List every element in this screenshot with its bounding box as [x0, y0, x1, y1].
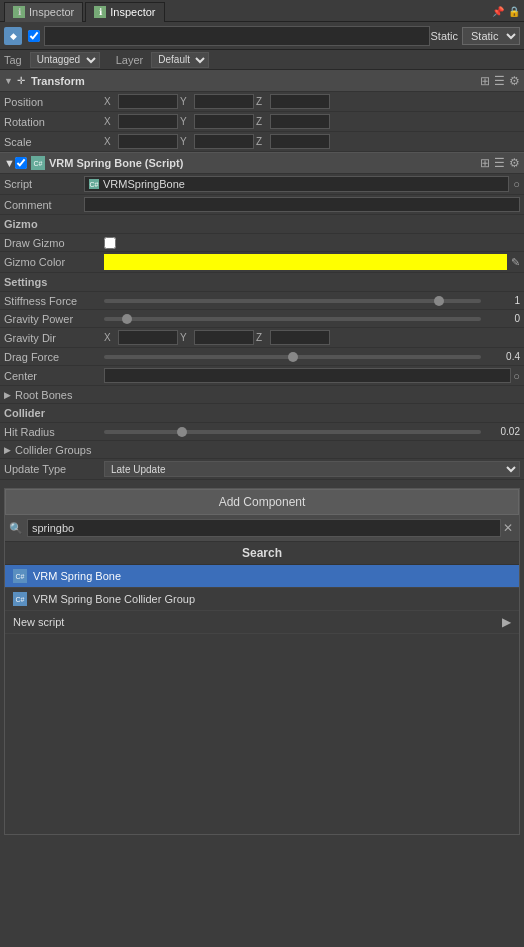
- script-name: VRMSpringBone: [103, 178, 185, 190]
- vrm-spring-bone-result-label: VRM Spring Bone: [33, 570, 121, 582]
- clear-search-button[interactable]: ✕: [501, 521, 515, 535]
- transform-icon: ✛: [17, 75, 25, 86]
- tab-label-2: Inspector: [110, 6, 155, 18]
- static-dropdown[interactable]: Static: [462, 27, 520, 45]
- rotation-label: Rotation: [4, 116, 104, 128]
- script-icon: C#: [89, 179, 99, 189]
- script-value-container: C# VRMSpringBone: [84, 176, 509, 192]
- tag-layer-row: Tag Untagged Layer Default: [0, 50, 524, 70]
- tab-inspector-2[interactable]: ℹ Inspector: [85, 2, 164, 22]
- scale-label: Scale: [4, 136, 104, 148]
- transform-icon-settings[interactable]: ⊞: [480, 74, 490, 88]
- position-y-input[interactable]: 0: [194, 94, 254, 109]
- search-result-vrm-spring-bone[interactable]: C# VRM Spring Bone: [5, 565, 519, 588]
- grav-x-label: X: [104, 332, 116, 343]
- grav-z-label: Z: [256, 332, 268, 343]
- script-select-icon[interactable]: ○: [513, 178, 520, 190]
- vrm-icon-settings[interactable]: ⊞: [480, 156, 490, 170]
- gizmo-color-bar[interactable]: [104, 254, 507, 270]
- position-x-input[interactable]: 0: [118, 94, 178, 109]
- scale-z-input[interactable]: 1: [270, 134, 330, 149]
- script-row: Script C# VRMSpringBone ○: [0, 174, 524, 195]
- rotation-y-input[interactable]: 0: [194, 114, 254, 129]
- center-select-icon[interactable]: ○: [513, 370, 520, 382]
- update-type-row: Update Type Late Update: [0, 459, 524, 480]
- transform-arrow: ▼: [4, 76, 13, 86]
- vrm-spring-bone-header[interactable]: ▼ C# VRM Spring Bone (Script) ⊞ ☰ ⚙: [0, 152, 524, 174]
- lock-icon[interactable]: 🔒: [508, 6, 520, 17]
- root-bones-arrow: ▶: [4, 390, 11, 400]
- position-xyz: X 0 Y 0 Z 0: [104, 94, 520, 109]
- gravity-dir-y-input[interactable]: -1: [194, 330, 254, 345]
- gravity-power-slider[interactable]: [104, 317, 481, 321]
- object-name-input[interactable]: secondary: [44, 26, 430, 46]
- drag-force-row: Drag Force 0.4: [0, 348, 524, 366]
- pin-icon[interactable]: 📌: [492, 6, 504, 17]
- rotation-xyz: X 0 Y 0 Z 0: [104, 114, 520, 129]
- center-label: Center: [4, 370, 104, 382]
- comment-row: Comment: [0, 195, 524, 215]
- gravity-power-label: Gravity Power: [4, 313, 104, 325]
- scale-y-label: Y: [180, 136, 192, 147]
- vrm-spring-bone-title: VRM Spring Bone (Script): [49, 157, 480, 169]
- transform-section-header[interactable]: ▼ ✛ Transform ⊞ ☰ ⚙: [0, 70, 524, 92]
- drag-force-slider-container: 0.4: [104, 351, 520, 362]
- transform-props: Position X 0 Y 0 Z 0 Rotation X 0 Y 0 Z …: [0, 92, 524, 152]
- inspector-icon-2: ℹ: [94, 6, 106, 18]
- collider-groups-arrow: ▶: [4, 445, 11, 455]
- gravity-dir-xyz: X 0 Y -1 Z 0: [104, 330, 520, 345]
- drag-force-slider[interactable]: [104, 355, 481, 359]
- vrm-spring-bone-icon: C#: [31, 156, 45, 170]
- scale-y-input[interactable]: 1: [194, 134, 254, 149]
- draw-gizmo-row: Draw Gizmo: [0, 234, 524, 252]
- tab-inspector-1[interactable]: ℹ Inspector: [4, 2, 83, 22]
- scale-x-input[interactable]: 1: [118, 134, 178, 149]
- position-row: Position X 0 Y 0 Z 0: [0, 92, 524, 112]
- vrm-icon-gear[interactable]: ⚙: [509, 156, 520, 170]
- gravity-dir-z-input[interactable]: 0: [270, 330, 330, 345]
- gizmo-color-row: Gizmo Color ✎: [0, 252, 524, 273]
- stiffness-value: 1: [485, 295, 520, 306]
- collider-groups-row[interactable]: ▶ Collider Groups: [0, 441, 524, 459]
- gravity-dir-label: Gravity Dir: [4, 332, 104, 344]
- stiffness-slider[interactable]: [104, 299, 481, 303]
- vrm-spring-bone-enable-checkbox[interactable]: [15, 157, 27, 169]
- gizmo-color-container: ✎: [104, 254, 520, 270]
- comment-input[interactable]: [84, 197, 520, 212]
- layer-select[interactable]: Default: [151, 52, 209, 68]
- vrm-icon-menu[interactable]: ☰: [494, 156, 505, 170]
- scale-x-label: X: [104, 136, 116, 147]
- add-component-section: Add Component 🔍 ✕ Search C# VRM Spring B…: [4, 488, 520, 835]
- update-type-select[interactable]: Late Update: [104, 461, 520, 477]
- root-bones-row[interactable]: ▶ Root Bones: [0, 386, 524, 404]
- center-row: Center None (Transform) ○: [0, 366, 524, 386]
- rotation-z-input[interactable]: 0: [270, 114, 330, 129]
- position-z-input[interactable]: 0: [270, 94, 330, 109]
- search-results-empty-area: [5, 634, 519, 834]
- hit-radius-slider[interactable]: [104, 430, 481, 434]
- gravity-dir-x-input[interactable]: 0: [118, 330, 178, 345]
- transform-icon-gear[interactable]: ⚙: [509, 74, 520, 88]
- object-enable-checkbox[interactable]: [28, 30, 40, 42]
- gravity-power-row: Gravity Power 0: [0, 310, 524, 328]
- vrm-spring-bone-section-icons: ⊞ ☰ ⚙: [480, 156, 520, 170]
- vrm-spring-bone-props: Script C# VRMSpringBone ○ Comment Gizmo …: [0, 174, 524, 480]
- script-label: Script: [4, 178, 84, 190]
- search-result-vrm-collider-group[interactable]: C# VRM Spring Bone Collider Group: [5, 588, 519, 611]
- gizmo-section-label: Gizmo: [0, 215, 524, 234]
- center-input[interactable]: None (Transform): [104, 368, 511, 383]
- gravity-power-value: 0: [485, 313, 520, 324]
- tag-select[interactable]: Untagged: [30, 52, 100, 68]
- rot-z-label: Z: [256, 116, 268, 127]
- rotation-x-input[interactable]: 0: [118, 114, 178, 129]
- add-component-button[interactable]: Add Component: [5, 489, 519, 515]
- transform-icon-menu[interactable]: ☰: [494, 74, 505, 88]
- new-script-label: New script: [13, 616, 64, 628]
- new-script-row[interactable]: New script ▶: [5, 611, 519, 634]
- search-input[interactable]: [27, 519, 501, 537]
- color-picker-icon[interactable]: ✎: [511, 256, 520, 269]
- draw-gizmo-checkbox[interactable]: [104, 237, 116, 249]
- stiffness-slider-container: 1: [104, 295, 520, 306]
- scale-z-label: Z: [256, 136, 268, 147]
- pos-y-label: Y: [180, 96, 192, 107]
